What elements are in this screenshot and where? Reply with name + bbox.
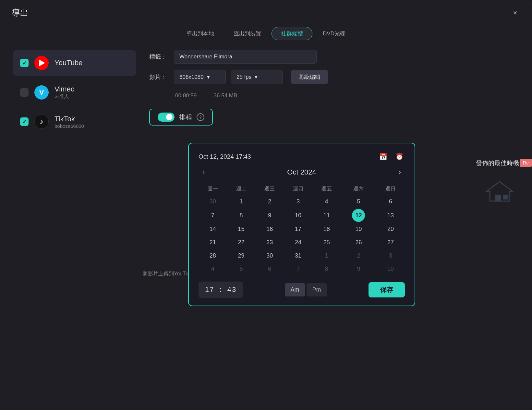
cal-day[interactable]: 2 [255, 196, 284, 208]
calendar-week-1: 30 1 2 3 4 5 6 [199, 196, 405, 208]
tab-dvd[interactable]: DVD光碟 [314, 27, 355, 40]
platform-vimeo[interactable]: V Vimeo 未登人 [13, 79, 136, 105]
calendar-save-button[interactable]: 保存 [369, 282, 405, 297]
cal-day[interactable]: 7 [199, 209, 227, 222]
vimeo-logo: V [34, 85, 49, 100]
cal-day[interactable]: 8 [312, 263, 341, 275]
dialog-header: 導出 × [0, 0, 532, 24]
calendar-time-row: 17 ： 43 Am Pm 保存 [199, 282, 405, 298]
settings-panel: 標籤： 影片： 608x1080 ▾ 25 fps ▾ 高級編輯 00:00:5… [149, 50, 519, 138]
calendar-header: Oct 12, 2024 17:43 📅 ⏰ [199, 151, 405, 162]
cal-day[interactable]: 21 [199, 236, 227, 248]
youtube-name: YouTube [54, 59, 82, 67]
cal-day[interactable]: 22 [227, 236, 256, 248]
svg-rect-1 [495, 195, 501, 201]
weekday-thu: 週四 [284, 184, 312, 194]
resolution-select[interactable]: 608x1080 ▾ [174, 70, 226, 84]
calendar-week-5: 28 29 30 31 1 2 3 [199, 250, 405, 262]
label-field-label: 標籤： [149, 53, 169, 61]
calendar-popup: Oct 12, 2024 17:43 📅 ⏰ ‹ Oct 2024 › 週一 週… [188, 143, 415, 306]
calendar-datetime: Oct 12, 2024 17:43 [199, 153, 372, 160]
cal-day[interactable]: 1 [312, 250, 341, 262]
cal-day[interactable]: 20 [376, 223, 405, 235]
schedule-label: 排程 [179, 113, 192, 122]
cal-day[interactable]: 6 [255, 263, 284, 275]
platform-list: ✓ YouTube V Vimeo 未登人 [13, 50, 136, 138]
cal-day[interactable]: 11 [312, 209, 341, 222]
cal-day[interactable]: 8 [227, 209, 256, 222]
calendar-icon-btn[interactable]: 📅 [378, 151, 389, 162]
vimeo-checkbox[interactable] [20, 88, 29, 97]
svg-rect-2 [503, 195, 508, 199]
cal-day[interactable]: 10 [284, 209, 312, 222]
cal-day[interactable]: 15 [227, 223, 256, 235]
decoration-icon [483, 178, 516, 206]
pm-button[interactable]: Pm [307, 283, 327, 296]
cal-day[interactable]: 13 [376, 209, 405, 222]
cal-day[interactable]: 1 [227, 196, 256, 208]
cal-day[interactable]: 3 [284, 196, 312, 208]
weekday-sat: 週六 [341, 184, 377, 194]
tab-device[interactable]: 匯出到裝置 [224, 27, 270, 40]
dialog-title: 導出 [12, 7, 29, 18]
calendar-grid: 週一 週二 週三 週四 週五 週六 週日 30 1 2 3 [199, 182, 405, 276]
cal-day[interactable]: 17 [284, 223, 312, 235]
cal-day[interactable]: 10 [376, 263, 405, 275]
vimeo-info: Vimeo 未登人 [54, 85, 75, 100]
cal-day-today[interactable]: 12 [341, 209, 377, 222]
calendar-week-4: 21 22 23 24 25 26 27 [199, 236, 405, 248]
weekday-sun: 週日 [376, 184, 405, 194]
cal-day[interactable]: 14 [199, 223, 227, 235]
cal-day[interactable]: 26 [341, 236, 377, 248]
platform-youtube[interactable]: ✓ YouTube [13, 50, 136, 76]
cal-day[interactable]: 7 [284, 263, 312, 275]
cal-day[interactable]: 30 [199, 196, 227, 208]
cal-day[interactable]: 4 [199, 263, 227, 275]
youtube-checkbox[interactable]: ✓ [20, 59, 29, 67]
prev-month-button[interactable]: ‹ [199, 168, 209, 176]
cal-day[interactable]: 5 [227, 263, 256, 275]
calendar-week-2: 7 8 9 10 11 12 13 [199, 209, 405, 222]
cal-day[interactable]: 5 [341, 196, 377, 208]
cal-day[interactable]: 23 [255, 236, 284, 248]
cal-day[interactable]: 24 [284, 236, 312, 248]
tab-bar: 導出到本地 匯出到裝置 社群媒體 DVD光碟 [0, 24, 532, 47]
alarm-icon-btn[interactable]: ⏰ [394, 151, 405, 162]
am-button[interactable]: Am [285, 283, 305, 296]
ampm-group: Am Pm [285, 283, 327, 296]
cal-day[interactable]: 19 [341, 223, 377, 235]
cal-day[interactable]: 30 [255, 250, 284, 262]
cal-day[interactable]: 3 [376, 250, 405, 262]
label-input[interactable] [174, 50, 317, 64]
cal-day[interactable]: 2 [341, 250, 377, 262]
divider: | [204, 92, 206, 99]
cal-day[interactable]: 6 [376, 196, 405, 208]
video-field-label: 影片： [149, 73, 169, 81]
advanced-edit-button[interactable]: 高級編輯 [291, 70, 328, 84]
cal-day[interactable]: 18 [312, 223, 341, 235]
content-area: ✓ YouTube V Vimeo 未登人 [0, 47, 532, 141]
fps-select[interactable]: 25 fps ▾ [231, 70, 283, 84]
cal-day[interactable]: 29 [227, 250, 256, 262]
schedule-help-icon[interactable]: ? [197, 113, 204, 121]
cal-day[interactable]: 27 [376, 236, 405, 248]
platform-tiktok[interactable]: ✓ ♪ TikTok bobosa66000 [13, 109, 136, 135]
next-month-button[interactable]: › [395, 168, 405, 176]
schedule-toggle[interactable] [158, 113, 175, 122]
youtube-play-icon [39, 60, 45, 66]
tiktok-info: TikTok bobosa66000 [54, 115, 84, 129]
tiktok-checkbox[interactable]: ✓ [20, 117, 29, 126]
cal-day[interactable]: 31 [284, 250, 312, 262]
schedule-toggle-row: 排程 ? [149, 109, 213, 126]
cal-day[interactable]: 4 [312, 196, 341, 208]
tab-local[interactable]: 導出到本地 [177, 27, 223, 40]
cal-day[interactable]: 9 [341, 263, 377, 275]
best-time-panel: 發佈的最佳時機 Re [454, 159, 519, 167]
cal-day[interactable]: 16 [255, 223, 284, 235]
cal-day[interactable]: 28 [199, 250, 227, 262]
info-row: 00:00:59 | 36.54 MB [149, 90, 519, 105]
close-button[interactable]: × [510, 8, 520, 18]
cal-day[interactable]: 9 [255, 209, 284, 222]
tab-social[interactable]: 社群媒體 [272, 27, 312, 40]
cal-day[interactable]: 25 [312, 236, 341, 248]
